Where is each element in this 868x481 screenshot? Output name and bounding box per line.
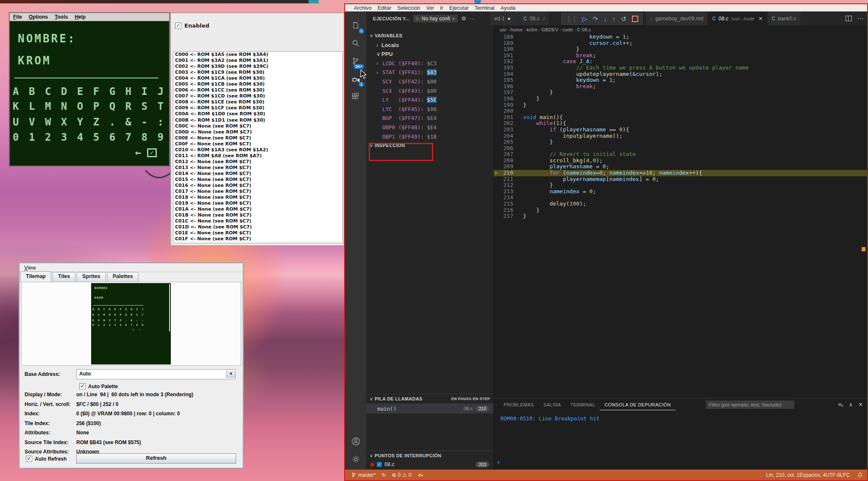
status-item[interactable]: Espacios: 4: [799, 472, 826, 478]
code-line[interactable]: 196 break;: [494, 83, 867, 90]
register-obp1[interactable]: OBP1 ($FF49): $1B: [366, 132, 493, 142]
breakpoint-checkbox[interactable]: ✓: [377, 462, 382, 467]
code-line[interactable]: 200: [494, 108, 867, 114]
letter-cell[interactable]: M: [45, 100, 51, 112]
panel-tab-problemas[interactable]: PROBLEMAS: [499, 400, 539, 410]
letter-cell[interactable]: J: [157, 86, 163, 97]
rom-entry[interactable]: C01D <- None (see ROM $C7): [175, 224, 342, 230]
auto-palette-checkbox[interactable]: ✓: [79, 383, 86, 389]
letter-cell[interactable]: .: [109, 116, 115, 128]
rom-entry[interactable]: C01F <- None (see ROM $C7): [175, 236, 342, 242]
explorer-icon[interactable]: 1: [345, 17, 366, 34]
rom-entry[interactable]: C01A <- None (see ROM $C7): [175, 206, 342, 212]
rom-entry[interactable]: C008 <- ROM $1CE (see ROM $30): [175, 99, 342, 105]
base-address-select[interactable]: Auto ▼: [76, 369, 236, 379]
breadcrumb-item[interactable]: usr: [500, 27, 506, 32]
register-ly[interactable]: LY ($FF44): $5E: [366, 95, 493, 105]
menu-ayuda[interactable]: Ayuda: [498, 5, 518, 11]
menu-ejecutar[interactable]: Ejecutar: [446, 5, 472, 11]
status-item[interactable]: LF: [840, 472, 846, 478]
rom-entry[interactable]: C016 <- None (see ROM $C7): [175, 183, 342, 189]
rom-entry[interactable]: C019 <- None (see ROM $C7): [175, 200, 342, 206]
locals-node[interactable]: ›Locals: [366, 41, 493, 50]
extensions-icon[interactable]: [345, 88, 366, 106]
letter-cell[interactable]: O: [77, 100, 83, 112]
variables-section-header[interactable]: ∨VARIABLES: [366, 31, 493, 41]
split-editor-icon[interactable]: [846, 16, 852, 21]
code-line[interactable]: 214: [494, 195, 867, 201]
ppu-node[interactable]: ∨PPU: [366, 50, 493, 59]
letter-cell[interactable]: 5: [93, 131, 99, 143]
code-line[interactable]: 194 updateplayername(&cursor);: [494, 71, 867, 78]
code-editor[interactable]: 188 keydown = 1;189 cursor.col++;190 }19…: [494, 34, 867, 398]
menu-terminal[interactable]: Terminal: [472, 5, 498, 11]
code-line[interactable]: 207 // Revert to initial state: [494, 151, 867, 158]
panel-tab-terminal[interactable]: TERMINAL: [566, 400, 600, 410]
code-line[interactable]: 193 // Each time we press A button we up…: [494, 65, 867, 71]
code-line[interactable]: 191 break;: [494, 53, 867, 59]
tab-untitled-1[interactable]: ed-1 ●: [490, 11, 519, 25]
rom-entry[interactable]: C005 <- ROM $1CB (see ROM $30): [175, 81, 342, 87]
breadcrumb-item[interactable]: code: [562, 27, 573, 32]
emulator-menu-help[interactable]: Help: [75, 14, 86, 20]
letter-cell[interactable]: 6: [109, 131, 115, 143]
code-line[interactable]: 192 case J_A:: [494, 58, 867, 65]
status-item[interactable]: UTF-8: [826, 472, 840, 478]
code-line[interactable]: 195 keydown = 1;: [494, 77, 867, 83]
code-line[interactable]: 216 }: [494, 207, 867, 214]
rom-entry[interactable]: C00B <- ROM $1D1 (see ROM $30): [175, 117, 342, 123]
sync-indicator[interactable]: ↻: [379, 472, 388, 478]
rom-entry[interactable]: C003 <- ROM $1C9 (see ROM $30): [175, 70, 342, 75]
code-line[interactable]: 203 if (playerhasname == 0){: [494, 127, 867, 133]
breakpoints-section-header[interactable]: ∨ PUNTOS DE INTERRUPCIÓN: [366, 450, 493, 460]
rom-entry[interactable]: C011 <- ROM $A8 (see ROM $A7): [175, 153, 342, 159]
breadcrumb[interactable]: usr›home›kr0m›GBDEV›code›C08.c: [494, 25, 867, 34]
rom-entry[interactable]: C007 <- ROM $1CD (see ROM $30): [175, 93, 342, 99]
letter-cell[interactable]: 8: [142, 131, 147, 143]
letter-cell[interactable]: E: [77, 86, 83, 97]
letter-cell[interactable]: B: [29, 86, 35, 97]
letter-cell[interactable]: F: [93, 86, 99, 97]
enabled-checkbox[interactable]: ✓: [175, 22, 181, 29]
letter-cell[interactable]: W: [45, 116, 51, 128]
register-lyc[interactable]: LYC ($FF45): $00: [366, 105, 493, 114]
letter-cell[interactable]: R: [125, 100, 131, 112]
settings-gear-icon[interactable]: [345, 450, 366, 468]
code-line[interactable]: 209 playerhasname = 0;: [494, 164, 867, 170]
letter-cell[interactable]: U: [13, 116, 19, 128]
rom-entry[interactable]: C01C <- None (see ROM $C7): [175, 218, 342, 224]
code-line[interactable]: 202 while(1){: [494, 120, 867, 127]
rom-entry[interactable]: C00D <- None (see ROM $C7): [175, 129, 342, 135]
letter-cell[interactable]: 9: [157, 131, 163, 143]
code-line[interactable]: 204 inputplayername();: [494, 133, 867, 139]
letter-cell[interactable]: N: [61, 100, 67, 112]
menu-ver[interactable]: Ver: [423, 5, 437, 11]
code-line[interactable]: 190 }: [494, 46, 867, 53]
letter-cell[interactable]: C: [45, 86, 51, 97]
dirty-dot-icon[interactable]: ●: [507, 15, 511, 22]
rom-entry[interactable]: C015 <- None (see ROM $C7): [175, 177, 342, 183]
callstack-section-header[interactable]: ∨ PILA DE LLAMADAS EN PAUSA EN STEP: [366, 394, 493, 403]
debug-status-icon[interactable]: [415, 472, 426, 478]
rom-entry[interactable]: C000 <- ROM $3A5 (see ROM $3A4): [175, 52, 342, 58]
letter-cell[interactable]: P: [93, 100, 99, 112]
emulator-menu-file[interactable]: File: [13, 14, 22, 20]
code-line[interactable]: 189 cursor.col++;: [494, 40, 867, 47]
code-line[interactable]: 212 }: [494, 182, 867, 189]
menu-editar[interactable]: Editar: [375, 5, 395, 11]
letter-cell[interactable]: :: [157, 116, 163, 128]
register-obp0[interactable]: OBP0 ($FF48): $E4: [366, 123, 493, 132]
more-actions-icon[interactable]: ···: [470, 15, 475, 22]
letter-cell[interactable]: T: [157, 100, 163, 112]
rom-entry[interactable]: C017 <- None (see ROM $C7): [175, 189, 342, 195]
rom-entry[interactable]: C018 <- None (see ROM $C7): [175, 195, 342, 200]
letter-cell[interactable]: Z: [93, 116, 99, 128]
rom-entry[interactable]: C01E <- None (see ROM $C7): [175, 230, 342, 236]
menu-archivo[interactable]: Archivo: [351, 5, 375, 11]
status-item[interactable]: Lín. 210, col. 1: [766, 472, 800, 478]
code-line[interactable]: 205 }: [494, 139, 867, 145]
expand-icon[interactable]: ›: [376, 59, 382, 68]
tilemap-image[interactable]: NOMBRE KROM ABCDEFGHIJKLMNOPQRSTUVWXYZ.&…: [91, 283, 171, 364]
letter-cell[interactable]: X: [61, 116, 67, 128]
rom-entry[interactable]: C010 <- ROM $1A3 (see ROM $1A2): [175, 147, 342, 153]
